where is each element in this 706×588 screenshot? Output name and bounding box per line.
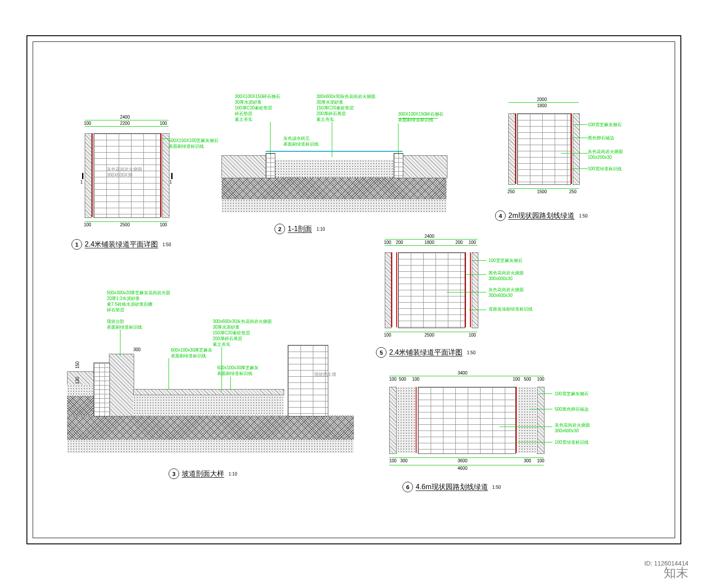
d6-dimb-100b: 100	[537, 458, 545, 463]
dim-100: 100	[84, 121, 91, 126]
caption-3: 3 坡道剖面大样 1:10	[169, 468, 237, 479]
d5-dim-200: 200	[396, 240, 403, 245]
d5-dim-200b: 200	[455, 240, 463, 245]
d4-plan	[517, 113, 571, 185]
caption-scale-6: 1:50	[492, 485, 501, 490]
caption-title-2: 1-1剖面	[288, 225, 312, 234]
note-d2-mid: 300x600x30灰色花岗岩火烧面 30厚水泥砂浆 150厚C20素砼垫层 2…	[316, 94, 376, 122]
d6-dim-3400: 3400	[458, 371, 467, 375]
detail-4: 2000 1800 100宽芝麻灰侧石 黑色卵石铺边 灰色花岗岩火烧面 100x…	[504, 102, 636, 217]
caption-scale-2: 1:10	[316, 227, 325, 232]
section-mark-1: 1	[169, 180, 172, 184]
detail-5: 2400 100 200 1800 200 100 100宽芝麻灰侧石 黑色花岗…	[380, 239, 557, 354]
d6-n2: 500黑色卵石铺边	[555, 406, 589, 412]
d4-dim-1800: 1800	[537, 103, 547, 108]
caption-scale-5: 1:50	[467, 350, 475, 355]
d5-dim-b2500: 2500	[424, 333, 434, 337]
caption-title-1: 2.4米铺装绿道平面详图	[85, 240, 158, 249]
d6-dim-100b: 100	[412, 377, 420, 382]
bubble-6: 6	[402, 482, 413, 492]
bubble-3: 3	[169, 468, 179, 479]
d6-dimb-300b: 300	[524, 458, 531, 463]
d3-dim-130: 130	[75, 377, 80, 384]
caption-scale-4: 1:50	[579, 213, 587, 218]
d5-n3: 灰色花岗岩火烧面 300x600x30	[488, 287, 524, 298]
d3-dim-300: 300	[133, 347, 141, 352]
d5-plan	[398, 252, 465, 328]
d5-dim-100: 100	[384, 240, 391, 245]
d6-dim-500b: 500	[524, 377, 531, 382]
d3-n11: 300x600x30灰色花岗岩火烧面 30厚水泥砂浆 150厚C20素砼垫层 2…	[213, 318, 272, 347]
d5-dim-100b: 100	[469, 240, 476, 245]
caption-title-4: 2m现状园路划线绿道	[508, 211, 575, 221]
dim-100: 100	[160, 121, 167, 126]
d6-n1: 100宽芝麻灰侧石	[555, 391, 589, 397]
dim-100b: 100	[84, 222, 91, 227]
d5-dim-b100: 100	[384, 333, 391, 337]
dim-100c: 100	[160, 222, 167, 227]
d5-n2: 黑色花岗岩火烧面 300x600x30	[488, 270, 524, 281]
d6-dimb-100: 100	[389, 458, 397, 463]
detail-1: 2400 100 2200 100 1 1 500X150X100芝麻灰侧石 表…	[80, 120, 191, 248]
d4-n1: 100宽芝麻灰侧石	[588, 122, 622, 127]
d3-n1: 500x300x20厚芝麻灰花岗岩光面 20厚1:3水泥砂浆 素7.5砖格水泥砂…	[107, 290, 171, 313]
caption-title-3: 坡道剖面大样	[182, 469, 224, 479]
bubble-1: 1	[71, 239, 82, 250]
drawing-sheet: 2400 100 2200 100 1 1 500X150X100芝麻灰侧石 表…	[26, 35, 681, 544]
d6-dimb-4600: 4600	[458, 466, 467, 471]
d6-dim-100: 100	[389, 377, 397, 382]
detail-2: 300X100X150碎石侧石 30厚水泥砂浆 100厚C20素砼垫层 碎石垫层…	[217, 94, 451, 226]
caption-6: 6 4.6m现状园路划线绿道 1:50	[402, 482, 501, 492]
note-d2-filter: 灰色滤水砖芯 表面刷绿道标识线	[283, 135, 319, 147]
detail-3: 500x300x20厚芝麻灰花岗岩光面 20厚1:3水泥砂浆 素7.5砖格水泥砂…	[58, 283, 367, 460]
d6-n3: 灰色花岗岩火烧面 300x600x30	[555, 422, 590, 434]
bubble-4: 4	[495, 210, 506, 221]
d6-n4: 100宽绿道标识线	[555, 439, 589, 445]
d6-plan	[418, 387, 516, 454]
detail-6: 3400 100 500 100 100 500 100 100宽芝麻灰侧石 5…	[385, 376, 619, 499]
note-granite: 灰色花岗岩火烧面 300X600X30	[107, 166, 142, 178]
d6-dimb-3600: 3600	[458, 458, 467, 463]
d5-n1: 100宽芝麻灰侧石	[488, 258, 522, 263]
caption-scale-3: 1:10	[229, 472, 237, 476]
bubble-2: 2	[274, 224, 285, 234]
d5-n4: 道路改涂刷绿道标识线	[488, 306, 533, 312]
caption-title-5: 2.4米铺装绿道平面详图	[389, 348, 462, 357]
caption-1: 1 2.4米铺装绿道平面详图 1:50	[71, 239, 171, 250]
d3-n9: 600x100x30厚芝麻灰 表面刷绿道标识线	[217, 365, 259, 376]
d4-dim-250: 250	[507, 189, 515, 194]
d6-dim-500: 500	[399, 377, 406, 382]
note-d2-right: 300X100X150碎石侧石 表面刷绿道标识线	[398, 111, 443, 123]
d4-n3: 灰色花岗岩火烧面 100x200x30	[588, 149, 623, 160]
d6-dim-100d: 100	[537, 377, 545, 382]
d3-n16: 现状挡土墙	[314, 371, 336, 377]
d4-n4: 100宽绿道标识线	[588, 166, 622, 172]
caption-5: 5 2.4米铺装绿道平面详图 1:50	[376, 347, 476, 358]
note-d2-left: 300X100X150碎石侧石 30厚水泥砂浆 100厚C20素砼垫层 碎石垫层…	[235, 94, 280, 122]
d5-dim-b100b: 100	[469, 333, 476, 337]
caption-2: 2 1-1剖面 1:10	[274, 224, 325, 234]
d3-n7: 600x100x30厚芝麻灰 表面刷绿道标识线	[171, 347, 213, 359]
d5-dim-2400: 2400	[424, 234, 434, 239]
caption-4: 4 2m现状园路划线绿道 1:50	[495, 210, 588, 221]
bubble-5: 5	[376, 347, 387, 358]
note-side-stone: 500X150X100芝麻灰侧石 表面刷绿道标识线	[169, 138, 218, 149]
footer-brand: 知末	[664, 565, 688, 581]
dim-2500: 2500	[120, 222, 130, 227]
d4-n2: 黑色卵石铺边	[588, 135, 614, 141]
d4-dim-1500: 1500	[537, 189, 547, 194]
d6-dim-100c: 100	[513, 377, 520, 382]
d3-n5: 现状台阶 表面刷绿道标识线	[107, 318, 142, 330]
dim-2400: 2400	[120, 115, 130, 120]
d4-dim-250b: 250	[569, 189, 577, 194]
d3-dim-150: 150	[75, 361, 80, 369]
caption-title-6: 4.6m现状园路划线绿道	[416, 483, 488, 492]
dim-2200: 2200	[120, 121, 130, 126]
d5-dim-1800: 1800	[424, 240, 434, 245]
caption-scale-1: 1:50	[162, 242, 171, 247]
section-mark-1: 1	[80, 180, 83, 184]
d6-dimb-300: 300	[400, 458, 408, 463]
d4-dim-2000: 2000	[537, 97, 547, 102]
